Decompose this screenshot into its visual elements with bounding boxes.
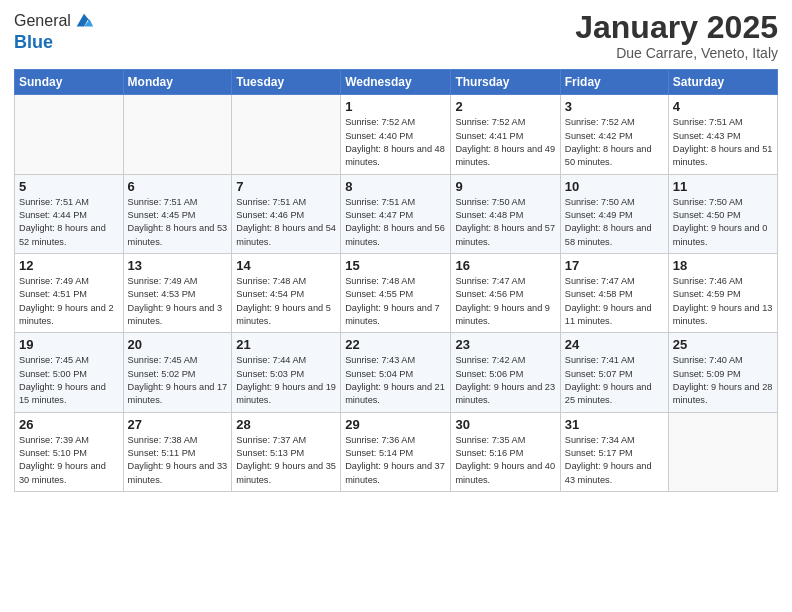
table-row: 22Sunrise: 7:43 AM Sunset: 5:04 PM Dayli… bbox=[341, 333, 451, 412]
day-number: 6 bbox=[128, 179, 228, 194]
table-row: 9Sunrise: 7:50 AM Sunset: 4:48 PM Daylig… bbox=[451, 174, 560, 253]
day-number: 8 bbox=[345, 179, 446, 194]
day-info: Sunrise: 7:44 AM Sunset: 5:03 PM Dayligh… bbox=[236, 354, 336, 407]
day-number: 10 bbox=[565, 179, 664, 194]
day-number: 16 bbox=[455, 258, 555, 273]
table-row: 29Sunrise: 7:36 AM Sunset: 5:14 PM Dayli… bbox=[341, 412, 451, 491]
day-number: 22 bbox=[345, 337, 446, 352]
day-info: Sunrise: 7:47 AM Sunset: 4:58 PM Dayligh… bbox=[565, 275, 664, 328]
table-row: 19Sunrise: 7:45 AM Sunset: 5:00 PM Dayli… bbox=[15, 333, 124, 412]
table-row: 26Sunrise: 7:39 AM Sunset: 5:10 PM Dayli… bbox=[15, 412, 124, 491]
col-friday: Friday bbox=[560, 70, 668, 95]
day-number: 23 bbox=[455, 337, 555, 352]
day-info: Sunrise: 7:50 AM Sunset: 4:49 PM Dayligh… bbox=[565, 196, 664, 249]
table-row bbox=[15, 95, 124, 174]
col-thursday: Thursday bbox=[451, 70, 560, 95]
day-number: 28 bbox=[236, 417, 336, 432]
day-number: 4 bbox=[673, 99, 773, 114]
day-info: Sunrise: 7:51 AM Sunset: 4:46 PM Dayligh… bbox=[236, 196, 336, 249]
calendar-week-row: 1Sunrise: 7:52 AM Sunset: 4:40 PM Daylig… bbox=[15, 95, 778, 174]
day-info: Sunrise: 7:51 AM Sunset: 4:43 PM Dayligh… bbox=[673, 116, 773, 169]
day-info: Sunrise: 7:50 AM Sunset: 4:50 PM Dayligh… bbox=[673, 196, 773, 249]
table-row: 2Sunrise: 7:52 AM Sunset: 4:41 PM Daylig… bbox=[451, 95, 560, 174]
day-info: Sunrise: 7:49 AM Sunset: 4:51 PM Dayligh… bbox=[19, 275, 119, 328]
calendar-week-row: 12Sunrise: 7:49 AM Sunset: 4:51 PM Dayli… bbox=[15, 253, 778, 332]
title-block: January 2025 Due Carrare, Veneto, Italy bbox=[575, 10, 778, 61]
day-info: Sunrise: 7:47 AM Sunset: 4:56 PM Dayligh… bbox=[455, 275, 555, 328]
table-row: 1Sunrise: 7:52 AM Sunset: 4:40 PM Daylig… bbox=[341, 95, 451, 174]
table-row: 5Sunrise: 7:51 AM Sunset: 4:44 PM Daylig… bbox=[15, 174, 124, 253]
table-row: 16Sunrise: 7:47 AM Sunset: 4:56 PM Dayli… bbox=[451, 253, 560, 332]
day-number: 11 bbox=[673, 179, 773, 194]
calendar-table: Sunday Monday Tuesday Wednesday Thursday… bbox=[14, 69, 778, 492]
day-number: 31 bbox=[565, 417, 664, 432]
day-info: Sunrise: 7:49 AM Sunset: 4:53 PM Dayligh… bbox=[128, 275, 228, 328]
table-row: 15Sunrise: 7:48 AM Sunset: 4:55 PM Dayli… bbox=[341, 253, 451, 332]
day-info: Sunrise: 7:52 AM Sunset: 4:42 PM Dayligh… bbox=[565, 116, 664, 169]
day-number: 29 bbox=[345, 417, 446, 432]
day-number: 12 bbox=[19, 258, 119, 273]
table-row: 3Sunrise: 7:52 AM Sunset: 4:42 PM Daylig… bbox=[560, 95, 668, 174]
day-info: Sunrise: 7:43 AM Sunset: 5:04 PM Dayligh… bbox=[345, 354, 446, 407]
day-info: Sunrise: 7:52 AM Sunset: 4:41 PM Dayligh… bbox=[455, 116, 555, 169]
col-saturday: Saturday bbox=[668, 70, 777, 95]
table-row: 4Sunrise: 7:51 AM Sunset: 4:43 PM Daylig… bbox=[668, 95, 777, 174]
calendar-header-row: Sunday Monday Tuesday Wednesday Thursday… bbox=[15, 70, 778, 95]
logo-blue-text: Blue bbox=[14, 32, 53, 52]
table-row: 14Sunrise: 7:48 AM Sunset: 4:54 PM Dayli… bbox=[232, 253, 341, 332]
day-number: 26 bbox=[19, 417, 119, 432]
day-info: Sunrise: 7:48 AM Sunset: 4:55 PM Dayligh… bbox=[345, 275, 446, 328]
day-info: Sunrise: 7:34 AM Sunset: 5:17 PM Dayligh… bbox=[565, 434, 664, 487]
table-row: 8Sunrise: 7:51 AM Sunset: 4:47 PM Daylig… bbox=[341, 174, 451, 253]
table-row: 23Sunrise: 7:42 AM Sunset: 5:06 PM Dayli… bbox=[451, 333, 560, 412]
day-number: 27 bbox=[128, 417, 228, 432]
day-number: 20 bbox=[128, 337, 228, 352]
table-row: 6Sunrise: 7:51 AM Sunset: 4:45 PM Daylig… bbox=[123, 174, 232, 253]
day-number: 24 bbox=[565, 337, 664, 352]
day-number: 13 bbox=[128, 258, 228, 273]
calendar-week-row: 5Sunrise: 7:51 AM Sunset: 4:44 PM Daylig… bbox=[15, 174, 778, 253]
day-number: 15 bbox=[345, 258, 446, 273]
day-number: 25 bbox=[673, 337, 773, 352]
day-info: Sunrise: 7:51 AM Sunset: 4:44 PM Dayligh… bbox=[19, 196, 119, 249]
table-row: 28Sunrise: 7:37 AM Sunset: 5:13 PM Dayli… bbox=[232, 412, 341, 491]
table-row: 24Sunrise: 7:41 AM Sunset: 5:07 PM Dayli… bbox=[560, 333, 668, 412]
day-info: Sunrise: 7:40 AM Sunset: 5:09 PM Dayligh… bbox=[673, 354, 773, 407]
day-number: 14 bbox=[236, 258, 336, 273]
day-info: Sunrise: 7:52 AM Sunset: 4:40 PM Dayligh… bbox=[345, 116, 446, 169]
header: General Blue January 2025 Due Carrare, V… bbox=[14, 10, 778, 61]
table-row: 18Sunrise: 7:46 AM Sunset: 4:59 PM Dayli… bbox=[668, 253, 777, 332]
calendar-week-row: 26Sunrise: 7:39 AM Sunset: 5:10 PM Dayli… bbox=[15, 412, 778, 491]
day-info: Sunrise: 7:35 AM Sunset: 5:16 PM Dayligh… bbox=[455, 434, 555, 487]
day-info: Sunrise: 7:41 AM Sunset: 5:07 PM Dayligh… bbox=[565, 354, 664, 407]
day-number: 3 bbox=[565, 99, 664, 114]
day-info: Sunrise: 7:48 AM Sunset: 4:54 PM Dayligh… bbox=[236, 275, 336, 328]
table-row bbox=[123, 95, 232, 174]
col-tuesday: Tuesday bbox=[232, 70, 341, 95]
day-info: Sunrise: 7:51 AM Sunset: 4:45 PM Dayligh… bbox=[128, 196, 228, 249]
day-number: 30 bbox=[455, 417, 555, 432]
day-number: 19 bbox=[19, 337, 119, 352]
day-number: 9 bbox=[455, 179, 555, 194]
table-row: 10Sunrise: 7:50 AM Sunset: 4:49 PM Dayli… bbox=[560, 174, 668, 253]
table-row bbox=[668, 412, 777, 491]
day-number: 18 bbox=[673, 258, 773, 273]
table-row: 7Sunrise: 7:51 AM Sunset: 4:46 PM Daylig… bbox=[232, 174, 341, 253]
day-info: Sunrise: 7:37 AM Sunset: 5:13 PM Dayligh… bbox=[236, 434, 336, 487]
table-row: 11Sunrise: 7:50 AM Sunset: 4:50 PM Dayli… bbox=[668, 174, 777, 253]
day-info: Sunrise: 7:45 AM Sunset: 5:02 PM Dayligh… bbox=[128, 354, 228, 407]
table-row: 31Sunrise: 7:34 AM Sunset: 5:17 PM Dayli… bbox=[560, 412, 668, 491]
table-row: 13Sunrise: 7:49 AM Sunset: 4:53 PM Dayli… bbox=[123, 253, 232, 332]
table-row bbox=[232, 95, 341, 174]
day-info: Sunrise: 7:45 AM Sunset: 5:00 PM Dayligh… bbox=[19, 354, 119, 407]
day-number: 17 bbox=[565, 258, 664, 273]
table-row: 25Sunrise: 7:40 AM Sunset: 5:09 PM Dayli… bbox=[668, 333, 777, 412]
day-info: Sunrise: 7:46 AM Sunset: 4:59 PM Dayligh… bbox=[673, 275, 773, 328]
table-row: 27Sunrise: 7:38 AM Sunset: 5:11 PM Dayli… bbox=[123, 412, 232, 491]
logo-general-text: General bbox=[14, 12, 71, 30]
day-number: 1 bbox=[345, 99, 446, 114]
month-title: January 2025 bbox=[575, 10, 778, 45]
day-number: 5 bbox=[19, 179, 119, 194]
day-info: Sunrise: 7:36 AM Sunset: 5:14 PM Dayligh… bbox=[345, 434, 446, 487]
col-monday: Monday bbox=[123, 70, 232, 95]
